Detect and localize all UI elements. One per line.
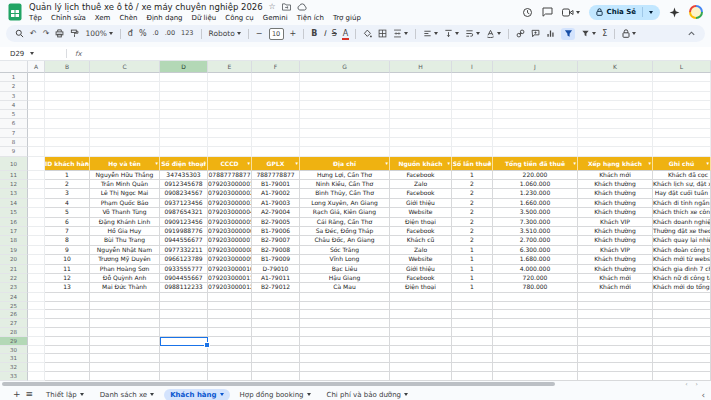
cell-I12[interactable]: 2 (452, 180, 493, 189)
row-header-26[interactable]: 26 (0, 310, 28, 319)
cell-J17[interactable]: 3.510.000 (493, 227, 578, 236)
cell-A8[interactable] (28, 138, 45, 147)
cell-L21[interactable]: Khách gia đình 7 chỗ (653, 265, 711, 274)
cell-B4[interactable] (45, 101, 90, 110)
cell-K18[interactable]: Khách thường (578, 236, 653, 245)
move-folder-icon[interactable] (282, 3, 291, 11)
cell-K16[interactable]: Khách VIP (578, 218, 653, 227)
menu-item[interactable]: Tệp (29, 14, 42, 22)
insert-chart-icon[interactable] (546, 29, 555, 38)
cell-H10[interactable]: Nguồn khách▾ (390, 157, 452, 171)
cell-L20[interactable]: Khách mới từ website (653, 255, 711, 264)
cell-E11[interactable]: 07887778877 (208, 171, 252, 180)
filter-dropdown-icon[interactable]: ▾ (447, 157, 450, 170)
filter-dropdown-icon[interactable]: ▾ (385, 157, 388, 170)
cell-K9[interactable] (578, 147, 653, 156)
cell-J32[interactable] (493, 363, 578, 372)
cell-B19[interactable]: 9 (45, 246, 90, 255)
cell-L30[interactable] (653, 346, 711, 355)
cell-L2[interactable] (653, 82, 711, 91)
cell-B10[interactable]: ID khách hàng▾ (45, 157, 90, 171)
cell-E4[interactable] (208, 101, 252, 110)
cell-G22[interactable]: Hậu Giang (300, 274, 390, 283)
cell-B5[interactable] (45, 110, 90, 119)
cell-C18[interactable]: Bùi Thu Trang (90, 236, 160, 245)
column-header-F[interactable]: F (252, 61, 300, 73)
column-header-J[interactable]: J (493, 61, 578, 73)
column-header-L[interactable]: L (653, 61, 711, 73)
cell-C28[interactable] (90, 328, 160, 337)
cell-D5[interactable] (160, 110, 208, 119)
cell-K13[interactable]: Khách thường (578, 189, 653, 198)
cell-I10[interactable]: Số lần thuê▾ (452, 157, 493, 171)
cell-F7[interactable] (252, 129, 300, 138)
increase-decimals-button[interactable]: .00 (165, 30, 175, 37)
cell-H20[interactable]: Website (390, 255, 452, 264)
cell-L3[interactable] (653, 92, 711, 101)
sheet-tab-menu-icon[interactable] (150, 393, 154, 396)
cell-J14[interactable]: 1.660.000 (493, 199, 578, 208)
cell-G27[interactable] (300, 319, 390, 328)
cell-I26[interactable] (452, 310, 493, 319)
cell-F32[interactable] (252, 363, 300, 372)
cell-F22[interactable]: A1-79011 (252, 274, 300, 283)
row-header-18[interactable]: 18 (0, 236, 28, 245)
cell-L12[interactable]: Khách lịch sự, đặt xe đúng (653, 180, 711, 189)
cell-K32[interactable] (578, 363, 653, 372)
cell-A31[interactable] (28, 354, 45, 363)
cell-G26[interactable] (300, 310, 390, 319)
menu-item[interactable]: Trợ giúp (333, 14, 361, 22)
cell-K7[interactable] (578, 129, 653, 138)
cell-A23[interactable] (28, 283, 45, 292)
cell-D3[interactable] (160, 92, 208, 101)
cell-J28[interactable] (493, 328, 578, 337)
sheet-tab[interactable]: Danh sách xe (92, 386, 162, 400)
cell-D9[interactable] (160, 147, 208, 156)
row-header-7[interactable]: 7 (0, 129, 28, 138)
cell-F21[interactable]: D-79010 (252, 265, 300, 274)
cell-C23[interactable]: Mai Đức Thành (90, 283, 160, 292)
cell-D27[interactable] (160, 319, 208, 328)
cell-G8[interactable] (300, 138, 390, 147)
cell-F12[interactable]: B1-79001 (252, 180, 300, 189)
column-header-K[interactable]: K (578, 61, 653, 73)
sheet-tab-menu-icon[interactable] (220, 393, 224, 396)
name-box[interactable]: D29 (0, 50, 66, 58)
cell-F10[interactable]: GPLX▾ (252, 157, 300, 171)
insert-comment-icon[interactable] (531, 29, 540, 38)
cell-D15[interactable]: 0987654321 (160, 208, 208, 217)
cell-F16[interactable]: B2-79005 (252, 218, 300, 227)
column-header-I[interactable]: I (452, 61, 493, 73)
row-header-3[interactable]: 3 (0, 92, 28, 101)
cell-A2[interactable] (28, 82, 45, 91)
cell-J15[interactable]: 3.500.000 (493, 208, 578, 217)
cell-J12[interactable]: 1.060.000 (493, 180, 578, 189)
row-header-13[interactable]: 13 (0, 189, 28, 198)
cell-H15[interactable]: Website (390, 208, 452, 217)
cell-D24[interactable] (160, 293, 208, 302)
row-header-15[interactable]: 15 (0, 208, 28, 217)
cell-I8[interactable] (452, 138, 493, 147)
cell-I22[interactable]: 1 (452, 274, 493, 283)
cell-E8[interactable] (208, 138, 252, 147)
version-history-icon[interactable] (522, 7, 533, 18)
cell-G7[interactable] (300, 129, 390, 138)
cell-J33[interactable] (493, 372, 578, 381)
column-header-C[interactable]: C (90, 61, 160, 73)
cell-G33[interactable] (300, 372, 390, 381)
share-dropdown-icon[interactable] (649, 11, 653, 14)
cell-L18[interactable]: Khách quay lại nhiều lần (653, 236, 711, 245)
cell-K5[interactable] (578, 110, 653, 119)
row-header-1[interactable]: 1 (0, 73, 28, 82)
cell-L6[interactable] (653, 119, 711, 128)
cell-C8[interactable] (90, 138, 160, 147)
cell-L16[interactable]: Khách doanh nghiệp (653, 218, 711, 227)
cell-L19[interactable]: Khách đoàn công trình (653, 246, 711, 255)
cell-C14[interactable]: Phạm Quốc Bảo (90, 199, 160, 208)
cell-A22[interactable] (28, 274, 45, 283)
cell-I18[interactable]: 2 (452, 236, 493, 245)
cell-L1[interactable] (653, 73, 711, 82)
cell-A10[interactable] (28, 157, 45, 171)
filter-dropdown-icon[interactable]: ▾ (573, 157, 576, 170)
bold-button[interactable]: B (311, 30, 317, 38)
